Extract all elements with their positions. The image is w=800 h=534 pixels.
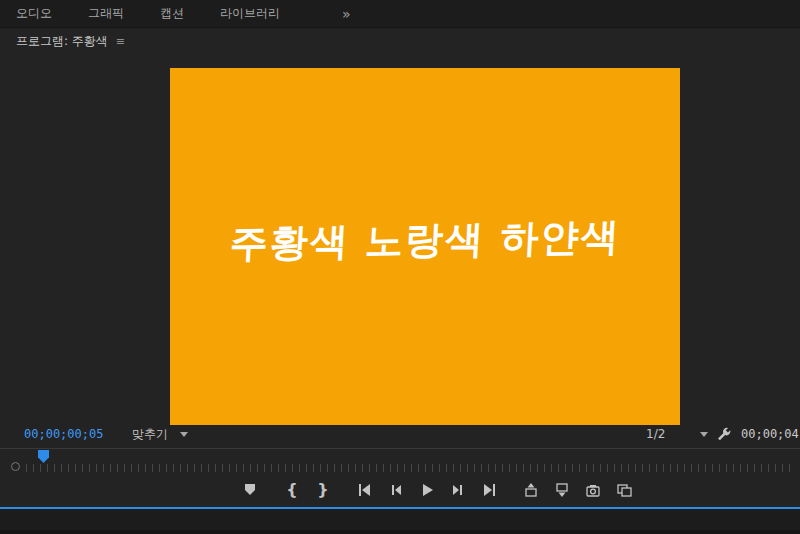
- comparison-view-button[interactable]: [615, 481, 633, 499]
- program-panel-header: 프로그램: 주황색 ≡: [0, 30, 800, 52]
- tab-captions[interactable]: 캡션: [160, 5, 184, 22]
- playhead-marker[interactable]: [38, 450, 49, 463]
- video-frame[interactable]: 주황색 노랑색 하얀색: [170, 68, 680, 425]
- export-frame-button[interactable]: [584, 481, 602, 499]
- monitor-controls-row: 00;00;00;05 맞추기 1/2 00;00;04;2: [0, 422, 800, 446]
- extract-button[interactable]: [553, 481, 571, 499]
- tab-libraries[interactable]: 라이브러리: [220, 5, 280, 22]
- lift-button[interactable]: [522, 481, 540, 499]
- chevron-down-icon: [700, 432, 708, 437]
- tab-overflow-chevron-icon[interactable]: »: [342, 6, 351, 22]
- current-timecode[interactable]: 00;00;00;05: [24, 427, 103, 441]
- add-marker-button[interactable]: [241, 481, 259, 499]
- tab-audio[interactable]: 오디오: [16, 5, 52, 22]
- panel-title[interactable]: 프로그램: 주황색: [16, 33, 108, 50]
- mark-in-glyph: {: [286, 482, 297, 498]
- tab-graphics[interactable]: 그래픽: [88, 5, 124, 22]
- chevron-down-icon: [180, 432, 188, 437]
- step-back-button[interactable]: [387, 481, 405, 499]
- zoom-fit-label: 맞추기: [132, 426, 168, 443]
- step-forward-button[interactable]: [449, 481, 467, 499]
- panel-tab-bar: 오디오 그래픽 캡션 라이브러리 »: [0, 0, 800, 28]
- timeline-panel-edge: [0, 509, 800, 534]
- transport-controls: { }: [0, 478, 800, 502]
- sequence-end-timecode: 00;00;04;2: [741, 427, 800, 441]
- monitor-time-ruler[interactable]: [0, 448, 800, 478]
- go-to-in-button[interactable]: [356, 481, 374, 499]
- settings-wrench-icon[interactable]: [716, 426, 732, 442]
- time-ruler-ticks: [26, 464, 794, 472]
- panel-menu-icon[interactable]: ≡: [116, 35, 125, 48]
- mark-out-button[interactable]: }: [314, 481, 332, 499]
- play-button[interactable]: [418, 481, 436, 499]
- playback-resolution-label: 1/2: [646, 427, 665, 441]
- video-title-text: 주황색 노랑색 하얀색: [228, 212, 622, 270]
- go-to-out-button[interactable]: [480, 481, 498, 499]
- mark-in-button[interactable]: {: [283, 481, 301, 499]
- playback-resolution-dropdown[interactable]: 1/2: [646, 425, 708, 443]
- zoom-fit-dropdown[interactable]: 맞추기: [132, 425, 188, 443]
- mark-out-glyph: }: [317, 482, 328, 498]
- program-monitor-panel: 오디오 그래픽 캡션 라이브러리 » 프로그램: 주황색 ≡ 주황색 노랑색 하…: [0, 0, 800, 534]
- scrubber-left-handle[interactable]: [11, 462, 20, 471]
